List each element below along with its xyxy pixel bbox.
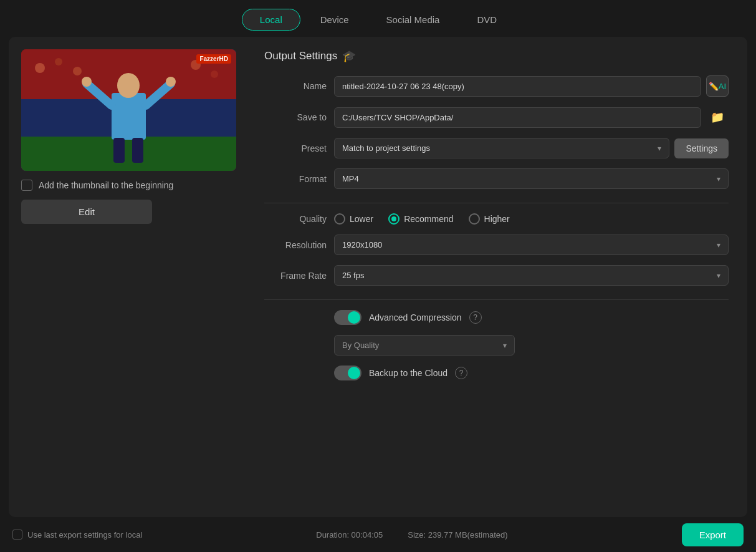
- tab-dvd[interactable]: DVD: [459, 9, 514, 30]
- save-to-input[interactable]: [334, 107, 701, 128]
- video-preview-svg: [21, 49, 236, 171]
- name-control: ✏️AI: [334, 75, 729, 97]
- video-preview: FazzerHD: [21, 49, 236, 171]
- advanced-compression-row: Advanced Compression ?: [264, 310, 729, 325]
- preset-value: Match to project settings: [342, 143, 430, 153]
- graduation-icon: 🎓: [342, 49, 356, 63]
- frame-rate-dropdown[interactable]: 25 fps ▾: [334, 265, 729, 286]
- advanced-compression-label: Advanced Compression: [369, 312, 462, 322]
- quality-higher-option[interactable]: Higher: [469, 213, 510, 225]
- backup-cloud-label: Backup to the Cloud: [369, 368, 447, 378]
- svg-point-11: [35, 63, 45, 73]
- svg-point-7: [82, 77, 92, 87]
- format-value: MP4: [342, 174, 359, 183]
- name-input[interactable]: [334, 76, 701, 97]
- name-row: Name ✏️AI: [264, 75, 729, 97]
- resolution-label: Resolution: [264, 240, 327, 250]
- right-panel: Output Settings 🎓 Name ✏️AI Save to 📁: [264, 49, 735, 505]
- backup-cloud-row: Backup to the Cloud ?: [264, 366, 729, 380]
- resolution-chevron-icon: ▾: [717, 241, 720, 249]
- duration-info: Duration: 00:04:05: [316, 530, 383, 540]
- last-export-checkbox-row: Use last export settings for local: [12, 530, 142, 540]
- frame-rate-label: Frame Rate: [264, 271, 327, 281]
- svg-point-8: [166, 77, 176, 87]
- by-quality-row: By Quality ▾: [264, 335, 729, 356]
- by-quality-dropdown[interactable]: By Quality ▾: [334, 335, 515, 356]
- save-to-label: Save to: [264, 112, 327, 122]
- resolution-control: 1920x1080 ▾: [334, 235, 729, 255]
- thumbnail-checkbox-label: Add the thumbnail to the beginning: [39, 180, 173, 190]
- ai-icon: ✏️AI: [709, 82, 726, 91]
- thumbnail-checkbox-row: Add the thumbnail to the beginning: [21, 180, 173, 191]
- left-panel: FazzerHD Add the thumbnail to the beginn…: [21, 49, 252, 505]
- main-container: FazzerHD Add the thumbnail to the beginn…: [9, 37, 747, 517]
- svg-rect-10: [132, 138, 143, 163]
- section-title: Output Settings 🎓: [264, 49, 729, 63]
- settings-button[interactable]: Settings: [674, 138, 729, 158]
- svg-rect-9: [113, 138, 125, 163]
- export-button[interactable]: Export: [682, 523, 744, 546]
- video-thumbnail: FazzerHD: [21, 49, 236, 171]
- backup-cloud-toggle[interactable]: [334, 366, 361, 380]
- format-chevron-icon: ▾: [717, 175, 720, 183]
- by-quality-chevron-icon: ▾: [503, 341, 507, 350]
- frame-rate-chevron-icon: ▾: [717, 271, 720, 280]
- bottom-bar: Use last export settings for local Durat…: [0, 517, 756, 552]
- save-to-control: 📁: [334, 107, 729, 128]
- preset-dropdown[interactable]: Match to project settings ▾: [334, 138, 669, 158]
- quality-lower-option[interactable]: Lower: [334, 213, 373, 225]
- top-navigation: Local Device Social Media DVD: [0, 0, 756, 37]
- quality-recommend-radio[interactable]: [388, 213, 400, 225]
- tab-device[interactable]: Device: [303, 9, 366, 30]
- by-quality-value: By Quality: [342, 341, 379, 350]
- bottom-meta: Duration: 00:04:05 Size: 239.77 MB(estim…: [142, 530, 681, 540]
- name-label: Name: [264, 81, 327, 91]
- size-info: Size: 239.77 MB(estimated): [408, 530, 507, 540]
- tab-social-media[interactable]: Social Media: [369, 9, 457, 30]
- svg-rect-2: [21, 137, 236, 171]
- quality-radio-group: Lower Recommend Higher: [334, 213, 510, 225]
- folder-icon: 📁: [711, 110, 724, 124]
- quality-label: Quality: [264, 214, 327, 224]
- svg-point-4: [117, 73, 140, 98]
- ai-rename-button[interactable]: ✏️AI: [706, 75, 729, 97]
- resolution-value: 1920x1080: [342, 240, 382, 249]
- preset-chevron-icon: ▾: [658, 144, 661, 153]
- thumbnail-checkbox[interactable]: [21, 180, 32, 191]
- last-export-label: Use last export settings for local: [27, 530, 142, 540]
- video-badge: FazzerHD: [196, 54, 231, 64]
- quality-recommend-option[interactable]: Recommend: [388, 213, 453, 225]
- divider-2: [264, 299, 729, 300]
- frame-rate-value: 25 fps: [342, 271, 364, 280]
- folder-browse-button[interactable]: 📁: [706, 107, 729, 128]
- quality-lower-radio[interactable]: [334, 213, 345, 225]
- format-control: MP4 ▾: [334, 168, 729, 189]
- resolution-dropdown[interactable]: 1920x1080 ▾: [334, 235, 729, 255]
- frame-rate-control: 25 fps ▾: [334, 265, 729, 286]
- svg-point-15: [211, 70, 218, 78]
- backup-cloud-help-icon[interactable]: ?: [455, 367, 467, 379]
- divider-1: [264, 203, 729, 203]
- advanced-compression-help-icon[interactable]: ?: [469, 311, 482, 324]
- svg-point-12: [55, 58, 62, 65]
- preset-row: Preset Match to project settings ▾ Setti…: [264, 138, 729, 158]
- resolution-row: Resolution 1920x1080 ▾: [264, 235, 729, 255]
- preset-control: Match to project settings ▾ Settings: [334, 138, 729, 158]
- tab-local[interactable]: Local: [242, 9, 300, 31]
- frame-rate-row: Frame Rate 25 fps ▾: [264, 265, 729, 286]
- advanced-compression-toggle[interactable]: [334, 310, 361, 325]
- quality-recommend-label: Recommend: [404, 214, 453, 224]
- format-row: Format MP4 ▾: [264, 168, 729, 189]
- save-to-row: Save to 📁: [264, 107, 729, 128]
- svg-rect-3: [112, 93, 146, 140]
- quality-higher-radio[interactable]: [469, 213, 480, 225]
- quality-higher-label: Higher: [484, 214, 510, 224]
- edit-button[interactable]: Edit: [21, 200, 152, 224]
- preset-label: Preset: [264, 143, 327, 153]
- last-export-checkbox[interactable]: [12, 530, 22, 540]
- format-label: Format: [264, 174, 327, 184]
- format-dropdown[interactable]: MP4 ▾: [334, 168, 729, 189]
- svg-point-13: [73, 67, 82, 75]
- output-settings-title: Output Settings: [264, 50, 337, 62]
- quality-row: Quality Lower Recommend Higher: [264, 213, 729, 225]
